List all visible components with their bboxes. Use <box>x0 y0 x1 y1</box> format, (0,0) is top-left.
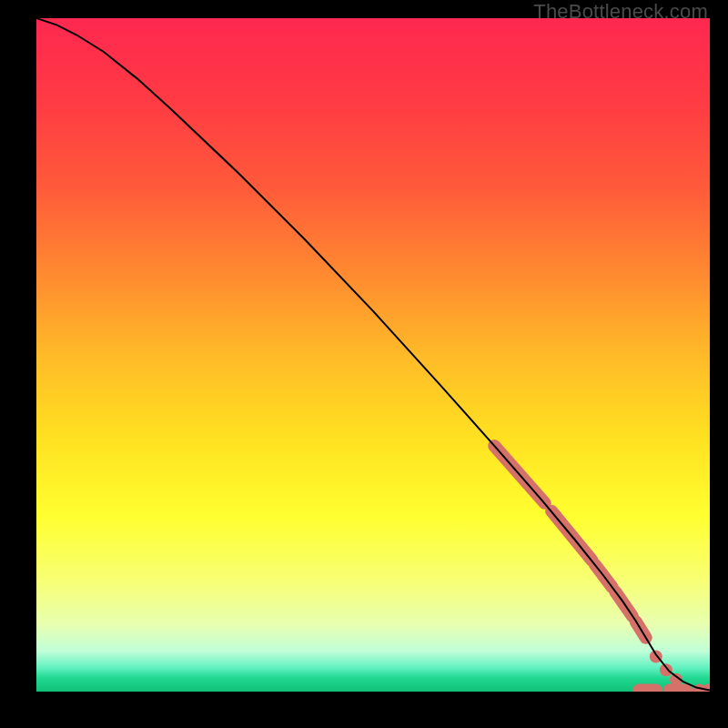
watermark-label: TheBottleneck.com <box>533 0 708 24</box>
chart-svg <box>36 18 710 692</box>
highlight-dot <box>660 663 672 676</box>
chart-frame <box>36 18 710 692</box>
